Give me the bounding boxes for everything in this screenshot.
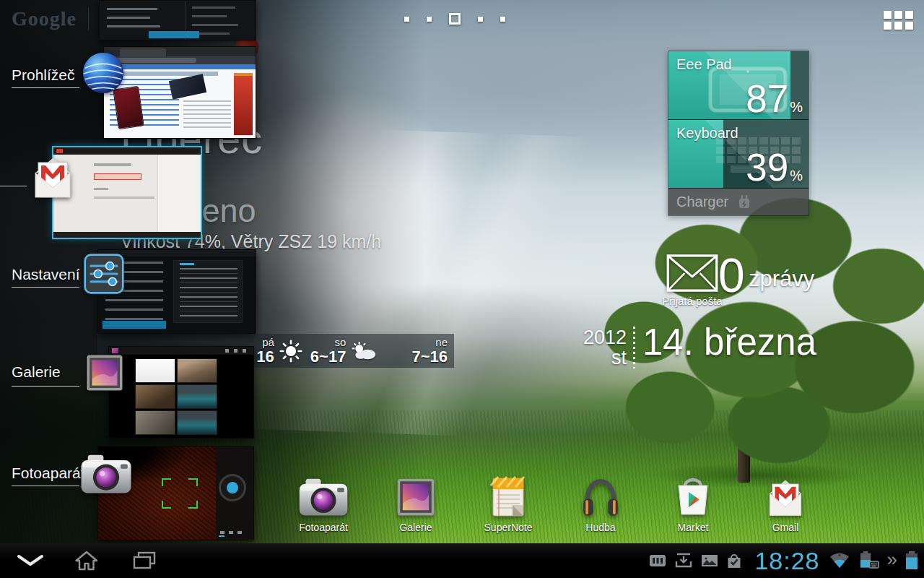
page-dot-2[interactable] [427, 17, 432, 22]
clock[interactable]: 18:28 [754, 547, 819, 575]
battery-percent: 87 [746, 79, 788, 119]
email-count-unit: zprávy [749, 266, 814, 292]
selected-list-row [103, 321, 166, 329]
google-search-widget[interactable]: Google [12, 7, 109, 30]
sunny-icon [279, 340, 302, 363]
system-bar: 18:28 » [0, 543, 924, 578]
forecast-temps: 6~17 [310, 349, 346, 365]
page-dot-1[interactable] [404, 17, 409, 22]
screenshot-icon [701, 554, 718, 567]
home-screen: Google Liberec Zataženo Vlhkost 74%, Vět… [0, 0, 924, 578]
forecast-temps: 7~16 [411, 349, 448, 365]
battery-percent: 39 [746, 147, 788, 188]
all-apps-button[interactable] [884, 11, 913, 30]
page-indicator [404, 13, 505, 25]
label-underline [12, 386, 79, 387]
charger-icon [736, 194, 753, 211]
home-icon [74, 550, 99, 571]
back-button[interactable] [7, 543, 53, 578]
gallery-icon[interactable] [84, 353, 125, 396]
dock-app-label: Hudba [585, 522, 615, 533]
label-underline [12, 486, 79, 486]
forecast-cell-3: so 6~17 [309, 334, 384, 368]
date-text: 14. března [642, 321, 816, 363]
status-tray[interactable]: 18:28 » [649, 543, 918, 578]
forecast-day: ne [411, 337, 448, 348]
recent-app-thumbnail-gallery[interactable] [108, 346, 254, 439]
market-bag-icon [673, 472, 713, 518]
battery-device-label: Eee Pad [676, 56, 732, 73]
battery-row-tablet[interactable]: Eee Pad 87% [668, 51, 808, 120]
envelope-icon [666, 254, 719, 293]
partly-cloudy-icon [351, 342, 377, 361]
page-dot-current[interactable] [449, 13, 461, 25]
dock-app-label: SuperNote [484, 522, 533, 533]
market-update-icon [726, 553, 742, 569]
dock-app-label: Market [678, 522, 709, 533]
percent-sign: % [790, 168, 803, 184]
dock-app-label: Galerie [399, 522, 432, 533]
date-weekday: st [582, 347, 627, 369]
gmail-icon[interactable] [30, 155, 76, 203]
recent-app-label-gallery[interactable]: Galerie [12, 363, 61, 381]
camera-icon [297, 472, 349, 518]
recents-icon [132, 551, 157, 571]
battery-device-label: Keyboard [676, 125, 738, 142]
browser-globe-icon[interactable] [81, 51, 126, 98]
email-count: 0 [718, 251, 745, 299]
headphones-icon [580, 472, 622, 518]
gallery-icon [395, 472, 437, 518]
recents-button[interactable] [121, 543, 167, 578]
forecast-day: so [310, 337, 346, 348]
forecast-cell-4: ne 7~16 [383, 334, 454, 368]
dock-app-label: Fotoaparát [299, 522, 348, 533]
label-underline [0, 186, 27, 186]
page-dot-5[interactable] [500, 17, 505, 22]
forecast-day: pá [256, 337, 274, 348]
battery-icon [905, 551, 918, 570]
search-divider [88, 7, 89, 30]
recent-app-label-settings[interactable]: Nastavení [12, 266, 80, 283]
camera-icon[interactable] [79, 454, 133, 499]
battery-row-keyboard[interactable]: Keyboard 39% [668, 120, 808, 189]
gmail-icon [764, 472, 806, 518]
expand-chevrons-icon[interactable]: » [887, 550, 897, 569]
percent-sign: % [790, 99, 803, 116]
dock-app-market[interactable]: Market [650, 462, 736, 533]
focus-brackets [162, 478, 198, 509]
home-button[interactable] [64, 543, 110, 578]
label-underline [12, 287, 79, 288]
battery-widget[interactable]: Eee Pad 87% Keyboard 39% Charger [668, 51, 809, 216]
selected-list-row [149, 31, 199, 38]
battery-row-charger[interactable]: Charger [668, 189, 808, 215]
shutter-button [227, 482, 238, 493]
dock-app-camera[interactable]: Fotoaparát [280, 462, 367, 533]
supernote-icon [488, 472, 528, 518]
wifi-icon [829, 553, 850, 569]
google-logo: Google [12, 7, 77, 30]
dock-app-gmail[interactable]: Gmail [742, 462, 829, 533]
keyboard-dock-icon [649, 554, 666, 567]
dock-app-gallery[interactable]: Galerie [372, 462, 459, 533]
charger-label: Charger [676, 194, 728, 210]
settings-icon[interactable] [83, 253, 125, 298]
label-underline [12, 87, 79, 88]
recent-app-label-camera[interactable]: Fotoaparát [12, 465, 85, 482]
recent-app-thumbnail-browser[interactable] [103, 46, 256, 139]
dock-app-label: Gmail [772, 522, 799, 533]
download-tray-icon [674, 553, 693, 569]
forecast-temps: 16 [256, 349, 274, 365]
page-dot-4[interactable] [478, 17, 483, 22]
recent-app-thumbnail-top[interactable] [99, 0, 256, 40]
dock-app-music[interactable]: Hudba [557, 462, 644, 533]
date-divider [633, 327, 635, 368]
dock-app-supernote[interactable]: SuperNote [465, 462, 552, 533]
date-year: 2012 [582, 327, 627, 349]
chevron-down-icon [17, 554, 44, 567]
recent-app-label-browser[interactable]: Prohlížeč [12, 66, 75, 84]
dock-battery-icon [858, 551, 879, 570]
highlighted-field [94, 173, 141, 180]
